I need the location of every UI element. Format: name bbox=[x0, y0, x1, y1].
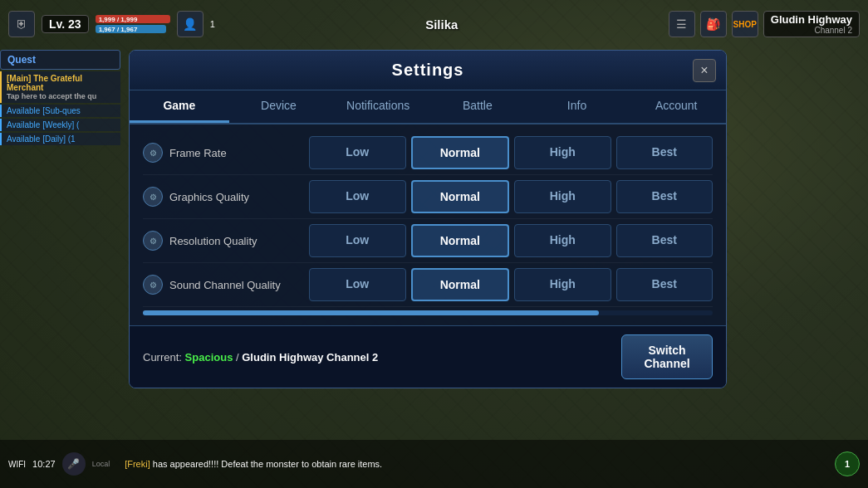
sound-icon: ⚙ bbox=[143, 275, 163, 295]
dialog-footer: Current: Spacious / Gludin Highway Chann… bbox=[130, 325, 726, 388]
close-button[interactable]: × bbox=[693, 59, 716, 82]
graphics-label: Graphics Quality bbox=[169, 191, 249, 203]
frame-rate-icon: ⚙ bbox=[143, 143, 163, 163]
sound-low[interactable]: Low bbox=[309, 268, 406, 301]
frame-rate-best[interactable]: Best bbox=[616, 136, 714, 169]
available-subquest[interactable]: Available [Sub-ques bbox=[0, 105, 120, 117]
tab-info[interactable]: Info bbox=[527, 90, 627, 123]
resolution-high[interactable]: High bbox=[514, 224, 611, 257]
chat-message: [Freki] has appeared!!!! Defeat the mons… bbox=[116, 459, 828, 469]
sound-label-area: ⚙ Sound Channel Quality bbox=[143, 275, 309, 295]
current-label: Current: bbox=[143, 351, 182, 364]
tab-battle[interactable]: Battle bbox=[428, 90, 527, 123]
main-quest-item[interactable]: [Main] The Grateful Merchant Tap here to… bbox=[0, 71, 120, 103]
frame-rate-label-area: ⚙ Frame Rate bbox=[143, 143, 309, 163]
mic-icon: 🎤 bbox=[67, 458, 80, 470]
frame-rate-low[interactable]: Low bbox=[309, 136, 406, 169]
current-info: Current: Spacious / Gludin Highway Chann… bbox=[143, 351, 378, 364]
dialog-title: Settings bbox=[392, 61, 464, 80]
frame-rate-label: Frame Rate bbox=[169, 147, 227, 159]
resolution-best[interactable]: Best bbox=[616, 224, 714, 257]
available-weekly[interactable]: Available [Weekly] ( bbox=[0, 119, 120, 131]
time-display: 10:27 bbox=[32, 459, 56, 469]
setting-row-graphics: ⚙ Graphics Quality Low Normal High Best bbox=[143, 175, 713, 219]
tab-device[interactable]: Device bbox=[229, 90, 329, 123]
left-sidebar: Quest [Main] The Grateful Merchant Tap h… bbox=[0, 50, 120, 145]
chat-content: has appeared!!!! Defeat the monster to o… bbox=[153, 459, 382, 469]
dialog-body: ⚙ Frame Rate Low Normal High Best bbox=[130, 124, 726, 325]
tab-account[interactable]: Account bbox=[626, 90, 726, 123]
main-quest-sub: Tap here to accept the qu bbox=[7, 92, 115, 100]
setting-row-frame-rate: ⚙ Frame Rate Low Normal High Best bbox=[143, 131, 713, 175]
chat-sender: [Freki] bbox=[125, 459, 150, 469]
available-daily[interactable]: Available [Daily] (1 bbox=[0, 133, 120, 145]
resolution-icon: ⚙ bbox=[143, 231, 163, 251]
graphics-icon: ⚙ bbox=[143, 187, 163, 207]
sound-options: Low Normal High Best bbox=[309, 268, 713, 301]
sound-normal[interactable]: Normal bbox=[411, 268, 510, 301]
sound-best[interactable]: Best bbox=[616, 268, 714, 301]
graphics-label-area: ⚙ Graphics Quality bbox=[143, 187, 309, 207]
resolution-options: Low Normal High Best bbox=[309, 224, 713, 257]
setting-row-sound: ⚙ Sound Channel Quality Low Normal High … bbox=[143, 263, 713, 307]
resolution-label-area: ⚙ Resolution Quality bbox=[143, 231, 309, 251]
tab-bar: Game Device Notifications Battle Info Ac… bbox=[130, 90, 726, 124]
graphics-low[interactable]: Low bbox=[309, 180, 406, 213]
quest-button[interactable]: Quest bbox=[0, 50, 120, 70]
scrollbar[interactable] bbox=[143, 310, 713, 315]
tab-notifications[interactable]: Notifications bbox=[328, 90, 428, 123]
frame-rate-options: Low Normal High Best bbox=[309, 136, 713, 169]
setting-row-resolution: ⚙ Resolution Quality Low Normal High Bes… bbox=[143, 219, 713, 263]
graphics-options: Low Normal High Best bbox=[309, 180, 713, 213]
frame-rate-high[interactable]: High bbox=[514, 136, 611, 169]
sound-label: Sound Channel Quality bbox=[169, 279, 281, 291]
bottom-hud: WIFI 10:27 🎤 Local [Freki] has appeared!… bbox=[0, 440, 868, 488]
main-quest-title: [Main] The Grateful Merchant bbox=[7, 74, 115, 92]
resolution-label: Resolution Quality bbox=[169, 235, 257, 247]
tab-game[interactable]: Game bbox=[130, 90, 229, 123]
local-label: Local bbox=[92, 460, 110, 468]
graphics-high[interactable]: High bbox=[514, 180, 611, 213]
settings-dialog: Settings × Game Device Notifications Bat… bbox=[129, 50, 727, 388]
graphics-normal[interactable]: Normal bbox=[411, 180, 510, 213]
mic-button[interactable]: 🎤 bbox=[62, 452, 86, 476]
scrollbar-thumb bbox=[143, 310, 599, 315]
channel-name: Gludin Highway Channel 2 bbox=[242, 351, 378, 364]
frame-rate-normal[interactable]: Normal bbox=[411, 136, 510, 169]
wifi-indicator: WIFI bbox=[8, 460, 26, 469]
resolution-normal[interactable]: Normal bbox=[411, 224, 510, 257]
spacious-label: Spacious bbox=[185, 351, 233, 364]
switch-channel-button[interactable]: SwitchChannel bbox=[621, 334, 713, 379]
notification-badge: 1 bbox=[835, 451, 860, 476]
graphics-best[interactable]: Best bbox=[616, 180, 714, 213]
dialog-header: Settings × bbox=[130, 51, 726, 90]
sound-high[interactable]: High bbox=[514, 268, 611, 301]
resolution-low[interactable]: Low bbox=[309, 224, 406, 257]
